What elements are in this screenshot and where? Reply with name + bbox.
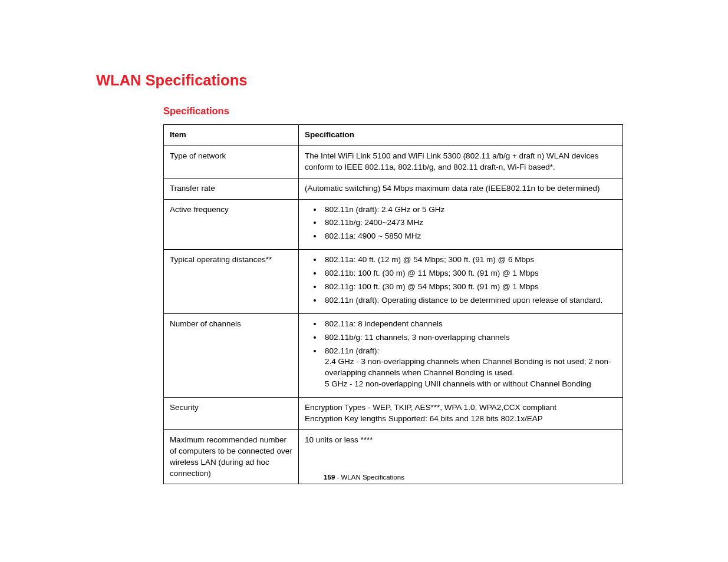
cell-spec: The Intel WiFi Link 5100 and WiFi Link 5…	[299, 146, 623, 178]
list-item-text: 802.11n (draft):	[325, 346, 379, 355]
table-row: Active frequency802.11n (draft): 2.4 GHz…	[164, 199, 623, 250]
table-header-row: Item Specification	[164, 125, 623, 146]
list-item: 802.11b/g: 11 channels, 3 non-overlappin…	[322, 332, 617, 343]
list-item: 802.11a: 4900 ~ 5850 MHz	[322, 231, 617, 242]
list-item-text: 802.11g: 100 ft. (30 m) @ 54 Mbps; 300 f…	[325, 282, 539, 291]
list-item-subtext: 5 GHz - 12 non-overlapping UNII channels…	[325, 379, 617, 390]
section-title: Specifications	[163, 105, 229, 117]
table-row: Number of channels802.11a: 8 independent…	[164, 313, 623, 397]
list-item: 802.11a: 8 independent channels	[322, 319, 617, 330]
list-item: 802.11n (draft):2.4 GHz - 3 non-overlapp…	[322, 346, 617, 391]
list-item: 802.11a: 40 ft. (12 m) @ 54 Mbps; 300 ft…	[322, 254, 617, 266]
list-item-text: 802.11a: 40 ft. (12 m) @ 54 Mbps; 300 ft…	[325, 255, 534, 264]
table-row: SecurityEncryption Types - WEP, TKIP, AE…	[164, 398, 623, 430]
cell-item: Typical operating distances**	[164, 250, 299, 314]
list-item-text: 802.11n (draft): 2.4 GHz or 5 GHz	[325, 205, 444, 214]
page: WLAN Specifications Specifications Item …	[0, 0, 728, 562]
cell-spec: Encryption Types - WEP, TKIP, AES***, WP…	[299, 398, 623, 430]
header-spec: Specification	[299, 125, 623, 146]
list-item-subtext: 2.4 GHz - 3 non-overlapping channels whe…	[325, 356, 617, 379]
table-row: Type of networkThe Intel WiFi Link 5100 …	[164, 146, 623, 178]
cell-item: Transfer rate	[164, 178, 299, 199]
specifications-table: Item Specification Type of networkThe In…	[163, 124, 623, 484]
page-title: WLAN Specifications	[96, 72, 247, 89]
page-footer: 159 - WLAN Specifications	[0, 474, 728, 481]
spec-list: 802.11a: 40 ft. (12 m) @ 54 Mbps; 300 ft…	[305, 254, 617, 306]
list-item: 802.11b/g: 2400~2473 MHz	[322, 217, 617, 229]
list-item-text: 802.11b: 100 ft. (30 m) @ 11 Mbps; 300 f…	[325, 269, 539, 277]
table-row: Transfer rate(Automatic switching) 54 Mb…	[164, 178, 623, 199]
footer-sep: -	[335, 474, 341, 481]
cell-spec: 802.11a: 8 independent channels802.11b/g…	[299, 313, 623, 397]
cell-item: Type of network	[164, 146, 299, 178]
table-body: Type of networkThe Intel WiFi Link 5100 …	[164, 146, 623, 484]
list-item-text: 802.11b/g: 11 channels, 3 non-overlappin…	[325, 333, 510, 342]
cell-spec: 802.11n (draft): 2.4 GHz or 5 GHz802.11b…	[299, 199, 623, 250]
footer-title: WLAN Specifications	[341, 474, 404, 481]
cell-item: Number of channels	[164, 313, 299, 397]
page-number: 159	[324, 474, 335, 481]
list-item: 802.11g: 100 ft. (30 m) @ 54 Mbps; 300 f…	[322, 282, 617, 293]
list-item-text: 802.11n (draft): Operating distance to b…	[325, 296, 602, 305]
list-item: 802.11n (draft): 2.4 GHz or 5 GHz	[322, 204, 617, 216]
list-item-text: 802.11b/g: 2400~2473 MHz	[325, 218, 423, 227]
spec-list: 802.11n (draft): 2.4 GHz or 5 GHz802.11b…	[305, 204, 617, 243]
list-item-text: 802.11a: 8 independent channels	[325, 319, 443, 328]
cell-item: Security	[164, 398, 299, 430]
cell-item: Active frequency	[164, 199, 299, 250]
cell-spec: 802.11a: 40 ft. (12 m) @ 54 Mbps; 300 ft…	[299, 250, 623, 314]
table-row: Typical operating distances**802.11a: 40…	[164, 250, 623, 314]
list-item-text: 802.11a: 4900 ~ 5850 MHz	[325, 232, 421, 240]
spec-list: 802.11a: 8 independent channels802.11b/g…	[305, 319, 617, 390]
header-item: Item	[164, 125, 299, 146]
list-item: 802.11n (draft): Operating distance to b…	[322, 295, 617, 306]
list-item: 802.11b: 100 ft. (30 m) @ 11 Mbps; 300 f…	[322, 268, 617, 279]
cell-spec: (Automatic switching) 54 Mbps maximum da…	[299, 178, 623, 199]
